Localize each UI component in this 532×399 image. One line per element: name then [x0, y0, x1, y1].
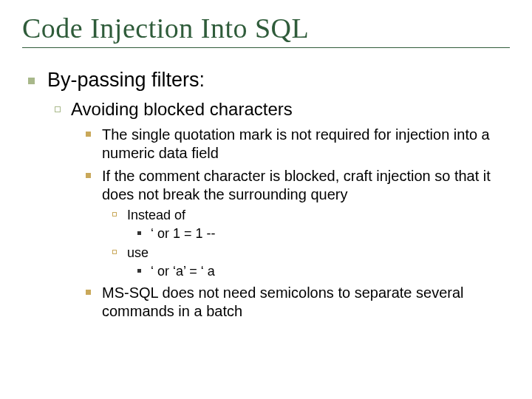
list-item: The single quotation mark is not require…	[102, 126, 510, 163]
list-item-label: MS-SQL does not need semicolons to separ…	[102, 284, 464, 319]
list-item-label: Avoiding blocked characters	[71, 99, 293, 119]
list-item: Instead of ‘ or 1 = 1 --	[127, 207, 510, 242]
list-item-label: If the comment character is blocked, cra…	[102, 168, 491, 202]
bullet-list-level-5: ‘ or 1 = 1 --	[127, 225, 510, 242]
list-item-label: use	[127, 245, 149, 260]
title-underline	[22, 47, 510, 48]
slide-title: Code Injection Into SQL	[22, 12, 510, 44]
list-item: ‘ or 1 = 1 --	[151, 225, 510, 242]
list-item-label: ‘ or 1 = 1 --	[151, 226, 216, 241]
list-item: Avoiding blocked characters The single q…	[71, 99, 510, 321]
list-item: MS-SQL does not need semicolons to separ…	[102, 284, 510, 321]
list-item: ‘ or ‘a’ = ‘ a	[151, 263, 510, 280]
list-item-label: Instead of	[127, 208, 185, 222]
bullet-list-level-5: ‘ or ‘a’ = ‘ a	[127, 263, 510, 280]
bullet-list-level-3: The single quotation mark is not require…	[71, 126, 510, 321]
list-item: use ‘ or ‘a’ = ‘ a	[127, 245, 510, 279]
slide: Code Injection Into SQL By-passing filte…	[0, 0, 532, 399]
bullet-list-level-2: Avoiding blocked characters The single q…	[47, 99, 510, 321]
bullet-list-level-4: Instead of ‘ or 1 = 1 -- use	[102, 207, 510, 279]
list-item-label: By-passing filters:	[47, 69, 205, 91]
list-item-label: The single quotation mark is not require…	[102, 126, 490, 161]
list-item-label: ‘ or ‘a’ = ‘ a	[151, 264, 215, 279]
bullet-list-level-1: By-passing filters: Avoiding blocked cha…	[22, 69, 510, 321]
list-item: If the comment character is blocked, cra…	[102, 167, 510, 279]
list-item: By-passing filters: Avoiding blocked cha…	[44, 69, 510, 321]
